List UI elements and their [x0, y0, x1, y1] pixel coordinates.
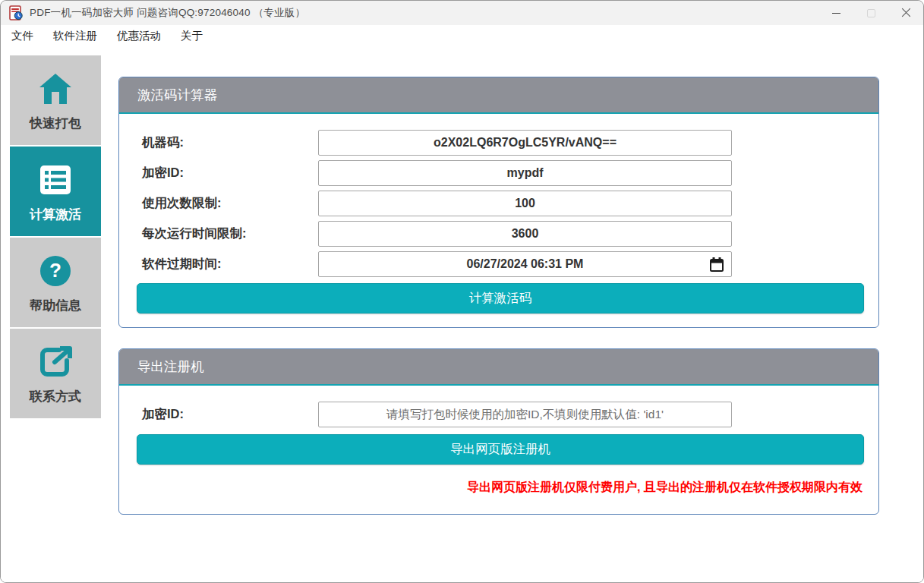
app-window: PDF一机一码加密大师 问题咨询QQ:972046040 （专业版） 文件 软件… — [0, 0, 924, 583]
window-title: PDF一机一码加密大师 问题咨询QQ:972046040 （专业版） — [30, 6, 305, 20]
sidebar-item-calc-activation[interactable]: 计算激活 — [10, 147, 101, 236]
expiry-datetime-value: 06/27/2024 06:31 PM — [467, 257, 584, 271]
menu-item-promotions[interactable]: 优惠活动 — [117, 29, 161, 43]
usage-limit-row: 使用次数限制: — [119, 191, 878, 216]
usage-limit-input[interactable] — [318, 191, 732, 216]
export-encrypt-id-label: 加密ID: — [119, 406, 318, 423]
expiry-time-label: 软件过期时间: — [119, 256, 318, 273]
machine-code-label: 机器码: — [119, 134, 318, 151]
calculate-activation-button[interactable]: 计算激活码 — [137, 283, 864, 314]
export-web-keygen-button[interactable]: 导出网页版注册机 — [137, 434, 864, 465]
sidebar-nav: 快速打包 计算激活 — [10, 55, 101, 420]
machine-code-row: 机器码: — [119, 130, 878, 156]
export-encrypt-id-input[interactable] — [318, 402, 732, 427]
runtime-limit-row: 每次运行时间限制: — [119, 221, 878, 247]
runtime-limit-label: 每次运行时间限制: — [119, 225, 318, 242]
title-bar: PDF一机一码加密大师 问题咨询QQ:972046040 （专业版） — [1, 1, 923, 25]
svg-text:?: ? — [49, 259, 61, 282]
expiry-datetime-input[interactable]: 06/27/2024 06:31 PM — [318, 251, 732, 277]
minimize-button[interactable] — [818, 1, 853, 25]
encrypt-id-row: 加密ID: — [119, 160, 878, 186]
encrypt-id-input[interactable] — [318, 160, 732, 186]
list-icon — [39, 160, 72, 200]
activation-calculator-panel: 激活码计算器 机器码: 加密ID: 使用次数限制: 每次运行时间限制: — [118, 77, 879, 328]
panel-body: 机器码: 加密ID: 使用次数限制: 每次运行时间限制: 软件过期时间: — [119, 114, 878, 314]
expiry-time-row: 软件过期时间: 06/27/2024 06:31 PM — [119, 251, 878, 277]
maximize-button[interactable] — [853, 1, 888, 25]
panel-body: 加密ID: 导出网页版注册机 导出网页版注册机仅限付费用户, 且导出的注册机仅在… — [119, 386, 878, 496]
usage-limit-label: 使用次数限制: — [119, 195, 318, 212]
question-icon: ? — [39, 251, 72, 291]
runtime-limit-input[interactable] — [318, 221, 732, 247]
sidebar-item-label: 联系方式 — [30, 388, 81, 405]
menu-bar: 文件 软件注册 优惠活动 关于 — [1, 25, 923, 46]
sidebar-item-help-info[interactable]: ? 帮助信息 — [10, 238, 101, 327]
panel-title: 导出注册机 — [119, 349, 878, 386]
sidebar-item-label: 快速打包 — [30, 115, 81, 132]
export-encrypt-id-row: 加密ID: — [119, 402, 878, 427]
menu-item-register[interactable]: 软件注册 — [53, 29, 97, 43]
sidebar-item-label: 帮助信息 — [30, 297, 81, 314]
menu-item-about[interactable]: 关于 — [181, 29, 203, 43]
calendar-icon[interactable] — [710, 257, 724, 272]
sidebar-item-contact[interactable]: 联系方式 — [10, 329, 101, 418]
menu-item-file[interactable]: 文件 — [11, 29, 33, 43]
minimize-icon — [832, 13, 840, 14]
export-warning-text: 导出网页版注册机仅限付费用户, 且导出的注册机仅在软件授权期限内有效 — [119, 480, 878, 496]
encrypt-id-label: 加密ID: — [119, 165, 318, 181]
export-keygen-panel: 导出注册机 加密ID: 导出网页版注册机 导出网页版注册机仅限付费用户, 且导出… — [118, 348, 879, 515]
panel-title: 激活码计算器 — [119, 77, 878, 114]
contact-share-icon — [38, 342, 73, 382]
machine-code-input[interactable] — [318, 130, 732, 156]
close-button[interactable] — [888, 1, 923, 25]
home-icon — [38, 69, 73, 109]
app-body: 快速打包 计算激活 — [1, 46, 923, 583]
app-logo-icon — [8, 5, 24, 20]
sidebar-item-quick-pack[interactable]: 快速打包 — [10, 55, 101, 145]
close-icon — [901, 8, 911, 18]
sidebar-item-label: 计算激活 — [30, 206, 81, 223]
maximize-icon — [867, 9, 875, 17]
